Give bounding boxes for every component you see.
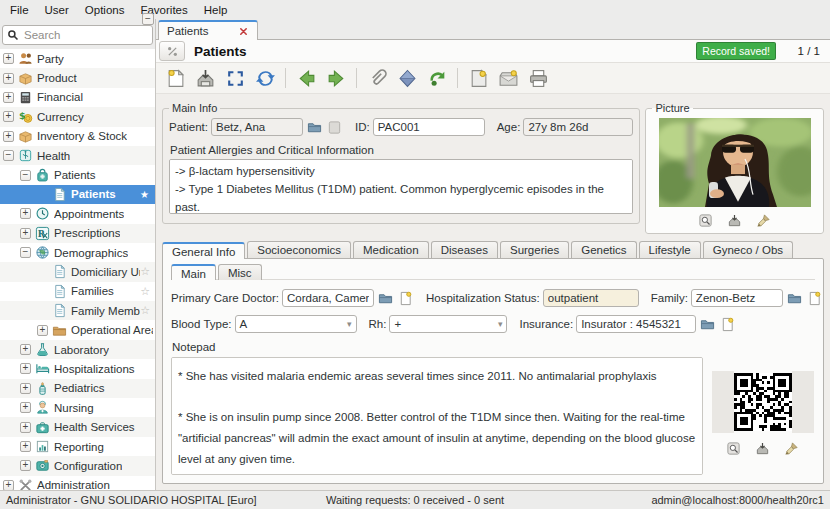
sidebar-item-product[interactable]: + Product <box>0 68 155 87</box>
tree-expander-icon[interactable]: + <box>20 402 31 413</box>
new-patient-button[interactable] <box>326 119 343 136</box>
tree-expander-icon[interactable]: − <box>3 150 14 161</box>
refresh-button[interactable] <box>252 65 278 91</box>
subtab-misc[interactable]: Misc <box>218 264 262 280</box>
tab-gyneco-obs[interactable]: Gyneco / Obs <box>703 241 793 258</box>
tree-expander-icon[interactable]: + <box>20 228 31 239</box>
insurance-input[interactable] <box>576 315 696 333</box>
tab-medication[interactable]: Medication <box>353 241 429 258</box>
sidebar-item-appointments[interactable]: + Appointments <box>0 204 155 223</box>
tree-expander-icon[interactable]: + <box>37 325 48 336</box>
family-input[interactable] <box>691 289 783 307</box>
tree-expander-icon[interactable]: + <box>20 441 31 452</box>
note-button[interactable] <box>394 65 420 91</box>
patient-input[interactable] <box>211 118 303 136</box>
action-button[interactable] <box>424 65 450 91</box>
new-family-button[interactable] <box>806 290 823 307</box>
open-doctor-button[interactable] <box>377 290 394 307</box>
age-input[interactable] <box>523 118 633 136</box>
sidebar-item-demographics[interactable]: − Demographics <box>0 243 155 262</box>
tree-expander-icon[interactable]: + <box>3 53 14 64</box>
report-button[interactable] <box>465 65 491 91</box>
search-input[interactable] <box>22 28 148 42</box>
primary-care-doctor-input[interactable] <box>282 289 374 307</box>
sidebar-item-patients[interactable]: Patients★ <box>0 185 155 204</box>
hospitalization-status-input[interactable] <box>543 289 639 307</box>
menu-file[interactable]: File <box>2 1 37 19</box>
open-family-button[interactable] <box>786 290 803 307</box>
new-doctor-button[interactable] <box>397 290 414 307</box>
sidebar-item-administration[interactable]: + Administration <box>0 476 155 490</box>
tree-expander-icon[interactable]: + <box>20 208 31 219</box>
next-button[interactable] <box>323 65 349 91</box>
sidebar-item-health[interactable]: − Health <box>0 146 155 165</box>
sidebar-item-families[interactable]: Families☆ <box>0 282 155 301</box>
tree-expander-icon[interactable]: + <box>3 92 14 103</box>
tree-expander-icon[interactable]: + <box>20 383 31 394</box>
sidebar-item-pediatrics[interactable]: + Pediatrics <box>0 379 155 398</box>
switch-view-header-button[interactable] <box>159 41 185 61</box>
tree-expander-icon[interactable]: + <box>20 344 31 355</box>
rh-select[interactable]: + ▾ <box>389 315 507 333</box>
zoom-button[interactable] <box>726 440 742 456</box>
tree-expander-icon[interactable]: + <box>3 131 14 142</box>
tree-expander-icon[interactable]: − <box>20 247 31 258</box>
menu-options[interactable]: Options <box>77 1 133 19</box>
search-box[interactable] <box>2 25 153 45</box>
print-button[interactable] <box>525 65 551 91</box>
sidebar-item-family-members[interactable]: Family Members☆ <box>0 301 155 320</box>
tab-diseases[interactable]: Diseases <box>431 241 498 258</box>
tab-close-icon[interactable] <box>239 26 249 36</box>
sidebar-item-prescriptions[interactable]: + R Prescriptions <box>0 224 155 243</box>
tab-genetics[interactable]: Genetics <box>571 241 636 258</box>
open-insurance-button[interactable] <box>699 316 716 333</box>
sidebar-item-reporting[interactable]: + Reporting <box>0 437 155 456</box>
tab-lifestyle[interactable]: Lifestyle <box>639 241 701 258</box>
save-button[interactable] <box>192 65 218 91</box>
favorite-star-icon[interactable]: ☆ <box>140 304 153 317</box>
email-button[interactable] <box>495 65 521 91</box>
id-input[interactable] <box>373 118 485 136</box>
sidebar-item-hospitalizations[interactable]: + Hospitalizations <box>0 359 155 378</box>
sidebar-item-health-services[interactable]: + Health Services <box>0 417 155 436</box>
clear-brush-button[interactable] <box>784 440 800 456</box>
sidebar-collapse-button[interactable]: − <box>142 13 154 25</box>
tree-expander-icon[interactable]: − <box>20 170 31 181</box>
subtab-main[interactable]: Main <box>171 264 216 280</box>
tree-expander-icon[interactable]: + <box>20 363 31 374</box>
clear-brush-button[interactable] <box>756 212 772 228</box>
tree-expander-icon[interactable]: + <box>20 422 31 433</box>
sidebar-item-inventory-stock[interactable]: + Inventory & Stock <box>0 127 155 146</box>
sidebar-item-patients[interactable]: − Patients <box>0 165 155 184</box>
tree-expander-icon[interactable]: + <box>3 480 14 490</box>
sidebar-item-nursing[interactable]: + Nursing <box>0 398 155 417</box>
open-patient-button[interactable] <box>306 119 323 136</box>
tree-expander-icon[interactable]: + <box>20 460 31 471</box>
tree-expander-icon[interactable]: + <box>3 73 14 84</box>
notepad-textarea[interactable]: * She has visited malaria endemic areas … <box>171 357 703 475</box>
sidebar-item-operational-areas[interactable]: + Operational Areas <box>0 320 155 339</box>
previous-button[interactable] <box>293 65 319 91</box>
tab-patients[interactable]: Patients <box>158 20 258 40</box>
allergies-textarea[interactable]: -> β-lactam hypersensitivity -> Type 1 D… <box>169 159 633 214</box>
tab-surgeries[interactable]: Surgeries <box>500 241 569 258</box>
sidebar-item-configuration[interactable]: + Configuration <box>0 456 155 475</box>
new-insurance-button[interactable] <box>719 316 736 333</box>
tab-general-info[interactable]: General Info <box>162 242 245 259</box>
sidebar-item-laboratory[interactable]: + Laboratory <box>0 340 155 359</box>
favorite-star-icon[interactable]: ☆ <box>140 265 153 278</box>
blood-type-select[interactable]: A ▾ <box>235 315 357 333</box>
sidebar-item-financial[interactable]: + Financial <box>0 88 155 107</box>
tab-socioeconomics[interactable]: Socioeconomics <box>247 241 351 258</box>
attachment-button[interactable] <box>364 65 390 91</box>
menu-user[interactable]: User <box>37 1 77 19</box>
save-small-button[interactable] <box>755 440 771 456</box>
save-small-button[interactable] <box>727 212 743 228</box>
favorite-star-icon[interactable]: ☆ <box>140 285 153 298</box>
switch-view-button[interactable] <box>222 65 248 91</box>
sidebar-item-currency[interactable]: + $ Currency <box>0 107 155 126</box>
menu-help[interactable]: Help <box>196 1 236 19</box>
sidebar-item-party[interactable]: + Party <box>0 49 155 68</box>
sidebar-item-domiciliary-units[interactable]: Domiciliary Units☆ <box>0 262 155 281</box>
new-record-button[interactable] <box>162 65 188 91</box>
